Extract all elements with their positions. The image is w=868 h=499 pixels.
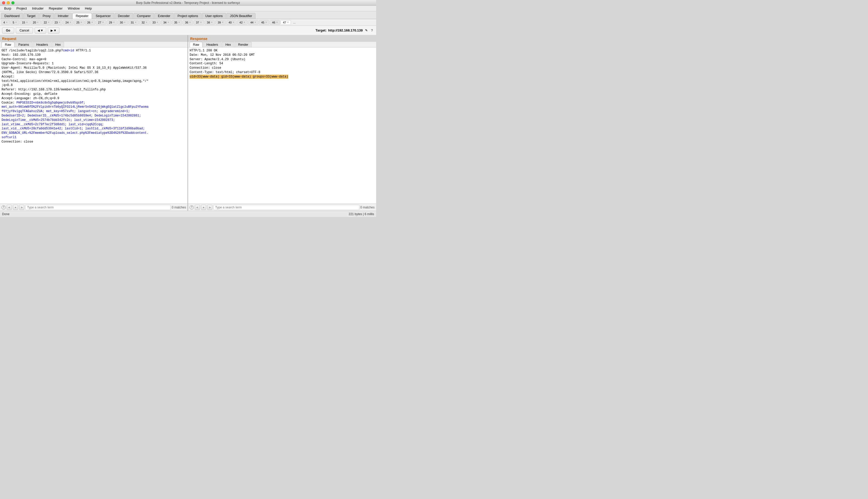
request-search-add[interactable]: + xyxy=(13,205,18,210)
tab-target[interactable]: Target xyxy=(24,13,39,19)
rep-tab-37[interactable]: 37 × xyxy=(194,20,204,25)
rep-tab-23[interactable]: 23 × xyxy=(52,20,62,25)
maximize-button[interactable] xyxy=(11,1,14,4)
target-url: http://192.168.170.139 xyxy=(328,28,363,32)
dropdown-icon: ▼ xyxy=(40,29,44,32)
target-label: Target: http://192.168.170.139 ✎ ? xyxy=(315,28,374,33)
response-search-help-icon[interactable]: ? xyxy=(190,205,194,209)
resp-tab-render[interactable]: Render xyxy=(235,42,252,47)
response-content[interactable]: HTTP/1.1 200 OKDate: Mon, 12 Nov 2018 06… xyxy=(188,48,376,204)
rep-tab-45[interactable]: 45 × xyxy=(259,20,269,25)
tab-comparer[interactable]: Comparer xyxy=(134,13,154,19)
rep-tab-20[interactable]: 20 × xyxy=(30,20,41,25)
response-search-next[interactable]: > xyxy=(207,205,212,210)
rep-tab-39[interactable]: 39 × xyxy=(216,20,226,25)
response-tabs: Raw Headers Hex Render xyxy=(188,42,376,48)
rep-tab-40[interactable]: 40 × xyxy=(226,20,237,25)
resp-tab-hex[interactable]: Hex xyxy=(222,42,234,47)
resp-tab-headers[interactable]: Headers xyxy=(203,42,221,47)
nav-forward-button[interactable]: ▶ ▼ xyxy=(48,27,59,34)
request-title: Request xyxy=(0,35,187,42)
response-scroll-container: HTTP/1.1 200 OKDate: Mon, 12 Nov 2018 06… xyxy=(188,48,376,204)
response-search-bar: ? < + > 0 matches xyxy=(188,204,376,211)
rep-tab-38[interactable]: 38 × xyxy=(205,20,215,25)
rep-tab-26[interactable]: 26 × xyxy=(85,20,95,25)
close-button[interactable] xyxy=(2,1,5,4)
response-title: Response xyxy=(188,35,376,42)
menu-project[interactable]: Project xyxy=(14,6,29,11)
req-tab-headers[interactable]: Headers xyxy=(33,42,51,47)
rep-tab-22[interactable]: 22 × xyxy=(41,20,52,25)
menu-repeater[interactable]: Repeater xyxy=(47,6,64,11)
rep-tab-more[interactable]: ... xyxy=(291,20,297,25)
tab-project-options[interactable]: Project options xyxy=(174,13,201,19)
rep-tab-5[interactable]: 5 × xyxy=(10,20,19,25)
toolbar: Go Cancel ◀ ▼ ▶ ▼ Target: http://192.168… xyxy=(0,26,376,35)
rep-tab-25[interactable]: 25 × xyxy=(74,20,84,25)
tab-extender[interactable]: Extender xyxy=(155,13,174,19)
req-tab-raw[interactable]: Raw xyxy=(2,42,14,47)
rep-tab-24[interactable]: 24 × xyxy=(63,20,73,25)
dropdown-icon: ▼ xyxy=(53,29,57,32)
cancel-button[interactable]: Cancel xyxy=(16,27,33,34)
repeater-tabs: 4 × 5 × 15 × 20 × 22 × 23 × 24 × 25 × 26… xyxy=(0,19,376,26)
response-panel: Response Raw Headers Hex Render HTTP/1.1… xyxy=(188,35,376,211)
rep-tab-47[interactable]: 47 × xyxy=(281,20,291,25)
rep-tab-46[interactable]: 46 × xyxy=(270,20,280,25)
rep-tab-44[interactable]: 44 × xyxy=(248,20,258,25)
minimize-button[interactable] xyxy=(7,1,10,4)
chevron-left-icon: ◀ xyxy=(37,29,40,32)
request-search-bar: ? < + > 0 matches xyxy=(0,204,187,211)
status-left: Done xyxy=(2,212,10,216)
nav-back-button[interactable]: ◀ ▼ xyxy=(35,27,46,34)
rep-tab-27[interactable]: 27 × xyxy=(96,20,106,25)
window-title: Burp Suite Professional v2.0beta - Tempo… xyxy=(136,1,240,5)
chevron-right-icon: ▶ xyxy=(51,29,53,32)
rep-tab-36[interactable]: 36 × xyxy=(183,20,193,25)
status-right: 221 bytes | 6 millis xyxy=(349,212,374,216)
traffic-lights xyxy=(2,1,14,4)
go-button[interactable]: Go xyxy=(2,27,14,34)
menu-burp[interactable]: Burp xyxy=(2,6,13,11)
tab-sequencer[interactable]: Sequencer xyxy=(93,13,114,19)
tab-repeater[interactable]: Repeater xyxy=(72,13,92,19)
rep-tab-32[interactable]: 32 × xyxy=(139,20,149,25)
tab-decoder[interactable]: Decoder xyxy=(115,13,133,19)
menu-intruder[interactable]: Intruder xyxy=(30,6,46,11)
request-scroll-container: GET /include/taglib/cqq2.lib.php?cmd=id … xyxy=(0,48,187,204)
status-bar: Done 221 bytes | 6 millis xyxy=(0,211,376,217)
tab-json-beautifier[interactable]: JSON Beautifier xyxy=(227,13,256,19)
target-prefix: Target: xyxy=(315,28,327,32)
tool-tabs: Dashboard Target Proxy Intruder Repeater… xyxy=(0,11,376,19)
request-search-prev[interactable]: < xyxy=(7,205,12,210)
rep-tab-33[interactable]: 33 × xyxy=(150,20,160,25)
rep-tab-34[interactable]: 34 × xyxy=(161,20,171,25)
resp-tab-raw[interactable]: Raw xyxy=(190,42,203,47)
request-search-input[interactable] xyxy=(25,205,171,210)
request-search-help-icon[interactable]: ? xyxy=(2,205,6,209)
rep-tab-15[interactable]: 15 × xyxy=(20,20,30,25)
request-content[interactable]: GET /include/taglib/cqq2.lib.php?cmd=id … xyxy=(0,48,187,204)
menu-help[interactable]: Help xyxy=(83,6,94,11)
response-search-input[interactable] xyxy=(213,205,359,210)
rep-tab-30[interactable]: 30 × xyxy=(118,20,128,25)
tab-user-options[interactable]: User options xyxy=(202,13,226,19)
rep-tab-29[interactable]: 29 × xyxy=(107,20,117,25)
edit-target-icon[interactable]: ✎ xyxy=(364,28,368,33)
request-panel: Request Raw Params Headers Hex GET /incl… xyxy=(0,35,188,211)
response-search-prev[interactable]: < xyxy=(195,205,200,210)
rep-tab-35[interactable]: 35 × xyxy=(172,20,182,25)
rep-tab-31[interactable]: 31 × xyxy=(129,20,139,25)
rep-tab-42[interactable]: 42 × xyxy=(237,20,247,25)
req-tab-hex[interactable]: Hex xyxy=(52,42,64,47)
response-search-add[interactable]: + xyxy=(201,205,206,210)
help-icon[interactable]: ? xyxy=(370,28,374,33)
tab-dashboard[interactable]: Dashboard xyxy=(1,13,23,19)
menu-window[interactable]: Window xyxy=(65,6,82,11)
req-tab-params[interactable]: Params xyxy=(15,42,32,47)
tab-intruder[interactable]: Intruder xyxy=(54,13,72,19)
rep-tab-4[interactable]: 4 × xyxy=(1,20,10,25)
menu-bar: Burp Project Intruder Repeater Window He… xyxy=(0,6,376,11)
tab-proxy[interactable]: Proxy xyxy=(39,13,54,19)
request-search-next[interactable]: > xyxy=(19,205,24,210)
